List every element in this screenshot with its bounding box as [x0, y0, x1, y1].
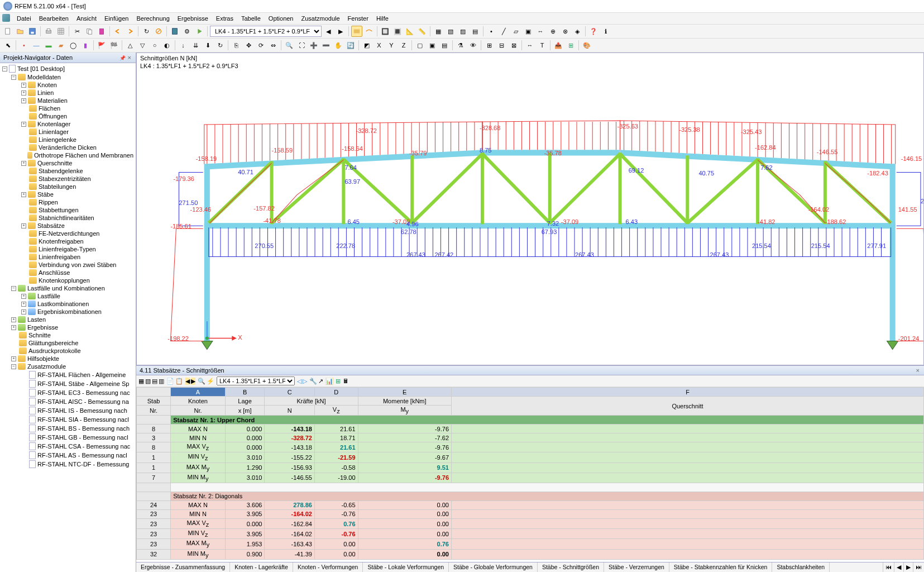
expander-icon[interactable]: − [2, 66, 7, 72]
tb-c-button[interactable]: ▤ [152, 378, 157, 385]
tabs-first-button[interactable]: ⏮ [883, 563, 894, 572]
menu-hilfe[interactable]: Hilfe [373, 14, 392, 23]
header-momente[interactable]: Momente [kNm] [358, 397, 451, 406]
gear-button[interactable]: ⚙ [181, 26, 193, 37]
rotate-button[interactable]: ⟳ [255, 40, 266, 51]
open-button[interactable] [15, 26, 26, 37]
render-2-button[interactable]: ▣ [427, 40, 438, 51]
tb-b-button[interactable]: ▧ [145, 378, 151, 385]
table-row[interactable]: 23MAX Vz0.000-162.840.760.00 [137, 518, 924, 528]
load-case-combo[interactable]: LK4 - 1.35*LF1 + 1.5*LF2 + 0.9*LF3 [210, 26, 322, 37]
tree-item[interactable]: RF-STAHL Flächen - Allgemeine [1, 370, 135, 379]
tree-item[interactable]: RF-STAHL AISC - Bemessung na [1, 397, 135, 406]
load-m-button[interactable]: ↻ [214, 40, 226, 51]
tabs-last-button[interactable]: ⏭ [913, 563, 924, 572]
view-b-button[interactable]: 🔳 [392, 26, 403, 37]
export-button[interactable]: 📤 [553, 40, 564, 51]
tree-ergebnisse[interactable]: +Ergebnisse [1, 323, 135, 331]
col-F[interactable]: F [452, 388, 924, 397]
expander-icon[interactable]: + [21, 90, 26, 96]
calc-button[interactable] [169, 26, 180, 37]
tree-item[interactable]: RF-STAHL Stäbe - Allgemeine Sp [1, 379, 135, 388]
tree-item[interactable]: Rippen [1, 198, 135, 206]
menu-datei[interactable]: Datei [13, 14, 35, 23]
filter-button[interactable]: ⚗ [455, 40, 466, 51]
table-row[interactable]: 8MAX Vz0.000-143.1821.61-9.76 [137, 442, 924, 452]
redo-button[interactable] [125, 26, 136, 37]
tb-e-button[interactable]: 📄 [166, 378, 174, 385]
tb-excel-button[interactable]: ⊞ [336, 378, 341, 385]
clear-results-button[interactable] [153, 26, 164, 37]
tool-solid-button[interactable]: ▣ [523, 26, 534, 37]
tree-item[interactable]: Knotenfreigaben [1, 237, 135, 245]
tree-modelldaten[interactable]: −Modelldaten [1, 73, 135, 81]
view-d-button[interactable]: 📏 [416, 26, 428, 37]
pin-icon[interactable] [119, 54, 125, 60]
tree-lastfaelle[interactable]: −Lastfälle und Kombinationen [1, 284, 135, 292]
tree-item[interactable]: +Hilfsobjekte [1, 355, 135, 363]
tb-d-button[interactable]: ▥ [159, 378, 164, 385]
opening-button[interactable]: ◯ [68, 40, 79, 51]
results-tab[interactable]: Stabschlankheiten [772, 563, 830, 572]
model-viewport[interactable]: Schnittgrößen N [kN] LK4 : 1.35*LF1 + 1.… [136, 53, 924, 365]
table-row[interactable]: 23MIN Vz3.905-164.02-0.760.00 [137, 529, 924, 539]
tree-item[interactable]: Stabteilungen [1, 183, 135, 190]
ortho-button[interactable]: ⊠ [508, 40, 519, 51]
tree-item[interactable]: Stabendgelenke [1, 167, 135, 175]
results-loadcase-combo[interactable]: LK4 - 1.35*LF1 + 1.5*LF [217, 376, 295, 385]
expander-icon[interactable]: + [21, 309, 26, 314]
expander-icon[interactable]: + [21, 122, 26, 127]
line-button[interactable]: — [31, 40, 42, 51]
table-row[interactable]: 1MIN Vz3.010-155.22-21.59-9.67 [137, 452, 924, 463]
header-kraefte[interactable]: Kräfte [kN] [265, 397, 358, 406]
view-y-button[interactable]: Y [386, 40, 397, 51]
tree-item[interactable]: Verbindung von zwei Stäben [1, 261, 135, 269]
view-c-button[interactable]: 📐 [404, 26, 415, 37]
render-1-button[interactable]: ▢ [414, 40, 425, 51]
move-button[interactable]: ✥ [243, 40, 254, 51]
expander-icon[interactable]: + [11, 356, 16, 361]
view-iso-button[interactable]: ◩ [361, 40, 372, 51]
mirror-button[interactable]: ⇔ [267, 40, 279, 51]
zoom-win-button[interactable]: 🔍 [284, 40, 295, 51]
prev-lc-button[interactable]: ◀ [323, 26, 334, 37]
menu-ansicht[interactable]: Ansicht [73, 14, 100, 23]
refresh-button[interactable]: ↻ [141, 26, 152, 37]
tb-filter-right-button[interactable]: ▶ [191, 378, 195, 385]
view-a-button[interactable]: 🔲 [380, 26, 391, 37]
results-tab[interactable]: Stäbe - Globale Verformungen [449, 563, 538, 572]
results-tab[interactable]: Stäbe - Verzerrungen [604, 563, 669, 572]
grid2-button[interactable]: ⊟ [496, 40, 507, 51]
tree-item[interactable]: +Linien [1, 89, 135, 97]
expander-icon[interactable]: + [21, 302, 26, 307]
header-knoten[interactable]: Knoten [171, 397, 226, 406]
tabs-next-button[interactable]: ▶ [903, 563, 913, 572]
col-B[interactable]: B [225, 388, 265, 397]
tree-item[interactable]: Linienfreigaben [1, 253, 135, 261]
stabsatz-header-row[interactable]: Stabsatz Nr. 1: Upper Chord [137, 416, 924, 425]
tb-prev-button[interactable]: ◁ [297, 378, 301, 385]
view-z-button[interactable]: Z [398, 40, 409, 51]
select-button[interactable]: ⬉ [2, 40, 13, 51]
panel-close-button[interactable]: × [915, 367, 921, 374]
info-button[interactable]: ℹ [600, 26, 611, 37]
load-n-button[interactable]: ↓ [178, 40, 189, 51]
orbit-button[interactable]: 🔄 [345, 40, 356, 51]
new-button[interactable] [2, 26, 13, 37]
solid-button[interactable]: ▮ [80, 40, 91, 51]
tabs-prev-button[interactable]: ◀ [894, 563, 903, 572]
tb-f-button[interactable]: 📋 [175, 378, 183, 385]
next-lc-button[interactable]: ▶ [335, 26, 346, 37]
tree-item[interactable]: Öffnungen [1, 112, 135, 120]
tree-root[interactable]: −Test [01 Desktop] [1, 64, 135, 73]
results-tab[interactable]: Ergebnisse - Zusammenfassung [136, 563, 230, 572]
node-button[interactable]: • [18, 40, 30, 51]
header-Vz[interactable]: Vz [314, 406, 358, 416]
expander-icon[interactable]: + [21, 83, 26, 88]
snap-button[interactable]: ⊞ [483, 40, 495, 51]
tb-h-button[interactable]: ⚡ [207, 378, 214, 385]
tree-item[interactable]: +Lastfälle [1, 292, 135, 300]
deform-button[interactable] [363, 26, 375, 37]
tb-k-button[interactable]: 📊 [325, 378, 333, 385]
tb-calc-button[interactable]: 🖩 [343, 378, 349, 384]
